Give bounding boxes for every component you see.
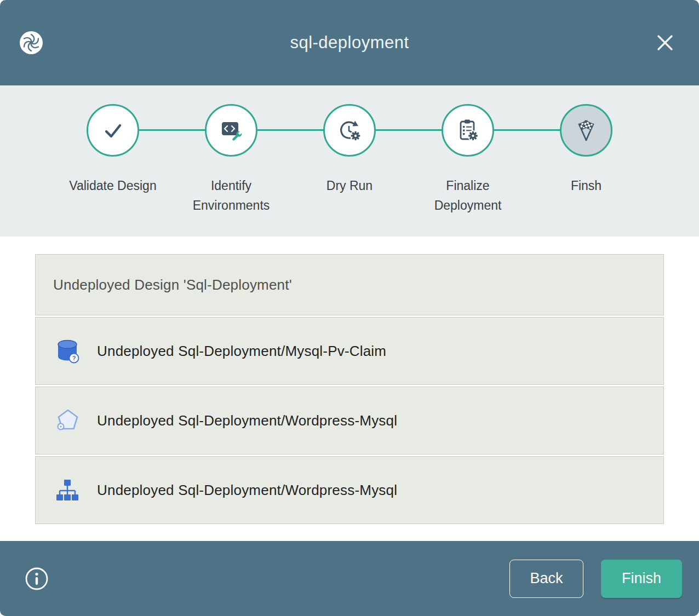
modal-footer: Back Finish — [0, 541, 699, 616]
message-text: Undeployed Design 'Sql-Deployment' — [53, 277, 292, 293]
svg-text:?: ? — [72, 355, 76, 361]
node-type-icon — [53, 406, 82, 435]
wizard-stepper: Validate Design — [0, 85, 699, 237]
step-identify-environments[interactable]: Identify Environments — [172, 104, 290, 215]
check-icon — [87, 104, 139, 157]
step-label: Finsh — [571, 176, 601, 196]
database-icon: ? — [53, 337, 82, 365]
topology-icon — [53, 476, 82, 504]
step-label: Validate Design — [69, 176, 156, 196]
modal-title: sql-deployment — [0, 33, 699, 53]
message-text: Undeployed Sql-Deployment/Mysql-Pv-Claim — [97, 343, 386, 360]
step-validate-design[interactable]: Validate Design — [54, 104, 172, 215]
list-item: Undeployed Sql-Deployment/Wordpress-Mysq… — [35, 456, 664, 524]
step-dry-run[interactable]: Dry Run — [290, 104, 409, 215]
info-icon[interactable] — [24, 566, 49, 591]
finish-button[interactable]: Finish — [601, 560, 682, 598]
deployment-messages-panel: Undeployed Design 'Sql-Deployment' ? Und… — [0, 237, 699, 541]
deployment-wizard-modal: sql-deployment Validate Design — [0, 0, 699, 616]
list-item: Undeployed Sql-Deployment/Wordpress-Mysq… — [35, 387, 664, 454]
step-label: Identify Environments — [176, 176, 286, 215]
clipboard-gear-icon — [442, 104, 494, 157]
checkered-flags-icon — [560, 104, 612, 157]
list-item: Undeployed Design 'Sql-Deployment' — [35, 254, 664, 315]
step-finalize-deployment[interactable]: Finalize Deployment — [409, 104, 527, 215]
step-label: Finalize Deployment — [413, 176, 523, 215]
code-wrench-icon — [205, 104, 257, 157]
list-item: ? Undeployed Sql-Deployment/Mysql-Pv-Cla… — [35, 317, 664, 385]
step-label: Dry Run — [326, 176, 373, 196]
app-logo-icon — [19, 30, 44, 55]
back-button[interactable]: Back — [509, 560, 583, 598]
history-gear-icon — [323, 104, 376, 157]
modal-header: sql-deployment — [0, 0, 699, 85]
message-text: Undeployed Sql-Deployment/Wordpress-Mysq… — [97, 482, 397, 499]
close-icon[interactable] — [653, 31, 677, 55]
step-finish[interactable]: Finsh — [527, 104, 645, 215]
message-text: Undeployed Sql-Deployment/Wordpress-Mysq… — [97, 412, 397, 429]
